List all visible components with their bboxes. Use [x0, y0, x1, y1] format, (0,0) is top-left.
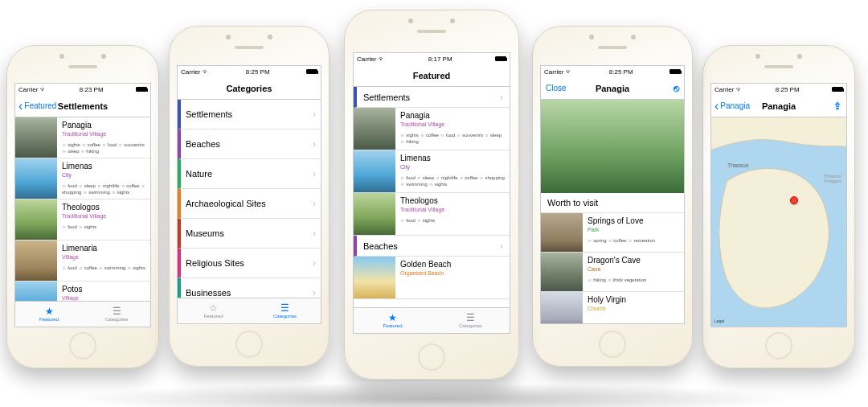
status-bar: Carrierᯤ 8:25 PM [178, 66, 321, 77]
list-row[interactable]: Holy Virgin Church [541, 292, 684, 323]
list-icon: ☰ [280, 303, 289, 313]
list-row[interactable]: Golden Beach Organized Beach [354, 257, 510, 299]
star-icon: ★ [388, 313, 397, 323]
row-tags: ☼ food ☼ sights [400, 217, 505, 224]
section-header-label: Settlements [363, 92, 410, 102]
map-label-sea: Thrakiko Pelagos [809, 174, 841, 183]
section-header-worth: Worth to visit [541, 193, 684, 213]
back-button[interactable]: Panagia [714, 101, 750, 110]
tab-featured[interactable]: ★Featured [354, 308, 432, 333]
category-row-archaeological[interactable]: Archaeological Sites › [178, 189, 321, 219]
row-subtitle: Traditional Village [62, 213, 145, 219]
row-subtitle: Park [588, 227, 679, 232]
close-button[interactable]: Close [546, 84, 567, 92]
category-label: Nature [186, 162, 212, 185]
section-header-beaches[interactable]: Beaches › [354, 236, 510, 257]
row-thumbnail [541, 253, 583, 291]
list-row[interactable]: Dragon's Cave Cave ☼ hiking ☼ thick vege… [541, 253, 684, 292]
row-title: Panagia [400, 111, 505, 121]
star-icon: ★ [45, 306, 54, 316]
nav-bar: Categories [178, 77, 321, 100]
status-time: 8:17 PM [428, 56, 452, 63]
map-pin[interactable] [790, 196, 798, 204]
tab-bar: ★Featured ☰Categories [15, 301, 150, 327]
category-label: Religious Sites [186, 252, 244, 274]
back-button[interactable]: Featured [18, 101, 56, 110]
list-row[interactable]: Limenas City ☼ food ☼ sleep ☼ nightlife … [15, 158, 150, 199]
row-tags: ☼ sights ☼ coffee ☼ food ☼ souvenirs ☼ s… [400, 132, 505, 145]
status-bar: Carrierᯤ 8:23 PM [15, 84, 150, 95]
category-label: Settlements [186, 103, 232, 125]
category-row-businesses[interactable]: Businesses › [178, 278, 321, 298]
row-title: Golden Beach [400, 260, 505, 269]
category-row-nature[interactable]: Nature › [178, 159, 321, 189]
row-tags: ☼ sights ☼ coffee ☼ food ☼ souvenirs ☼ s… [62, 142, 145, 154]
list-row[interactable]: Panagia Traditional Village ☼ sights ☼ c… [354, 108, 510, 150]
row-thumbnail [15, 199, 57, 240]
tab-categories[interactable]: ☰Categories [249, 298, 321, 323]
home-button[interactable] [418, 343, 445, 371]
home-button[interactable] [69, 332, 96, 360]
tab-featured[interactable]: ★Featured [15, 302, 83, 327]
list-row[interactable]: Panagia Traditional Village ☼ sights ☼ c… [15, 117, 150, 158]
home-button[interactable] [599, 331, 626, 358]
row-subtitle: Church [588, 306, 679, 311]
list-row[interactable]: Potos Village [15, 282, 150, 301]
chevron-right-icon: › [313, 228, 316, 239]
map-pin-icon[interactable]: ⎋ [674, 83, 679, 94]
status-time: 8:25 PM [776, 86, 800, 93]
row-subtitle: Traditional Village [62, 131, 145, 137]
nav-title: Featured [413, 71, 450, 80]
category-label: Archaeological Sites [186, 192, 266, 215]
home-button[interactable] [765, 332, 792, 360]
tab-categories[interactable]: ☰Categories [83, 302, 150, 327]
nav-bar: Featured [354, 64, 510, 87]
row-title: Dragon's Cave [588, 256, 679, 265]
row-title: Panagia [62, 121, 145, 130]
row-tags: ☼ spring ☼ coffee ☼ recreation [588, 237, 679, 244]
row-tags: ☼ food ☼ sights [62, 224, 145, 230]
list-row[interactable]: Theologos Traditional Village ☼ food ☼ s… [15, 199, 150, 240]
status-bar: Carrierᯤ 8:25 PM [711, 84, 846, 95]
section-header-settlements[interactable]: Settlements › [354, 87, 510, 108]
row-thumbnail [354, 193, 395, 235]
section-header-label: Beaches [363, 241, 398, 251]
row-subtitle: Traditional Village [400, 207, 505, 212]
row-thumbnail [15, 282, 57, 301]
row-title: Limenas [62, 162, 145, 171]
tab-bar: ★Featured ☰Categories [354, 307, 510, 333]
chevron-right-icon: › [500, 92, 503, 103]
map-label-island: Thassos [727, 162, 748, 168]
status-bar: Carrierᯤ 8:17 PM [354, 53, 510, 64]
list-icon: ☰ [113, 306, 121, 316]
map-view[interactable]: Thassos Thrakiko Pelagos Legal [711, 117, 846, 327]
nav-bar: Panagia Panagia ⇪ [711, 95, 846, 117]
row-subtitle: Cave [588, 266, 679, 272]
tab-featured[interactable]: ☆Featured [178, 298, 249, 323]
row-subtitle: Village [62, 254, 145, 260]
chevron-right-icon: › [313, 168, 316, 179]
row-title: Limenaria [62, 244, 145, 253]
tab-categories[interactable]: ☰Categories [432, 308, 510, 333]
category-row-settlements[interactable]: Settlements › [178, 100, 321, 130]
chevron-right-icon: › [313, 109, 316, 120]
nav-title: Panagia [596, 84, 629, 93]
row-thumbnail [354, 108, 395, 150]
row-title: Theologos [62, 203, 145, 212]
chevron-right-icon: › [313, 287, 316, 298]
row-title: Limenas [400, 154, 505, 163]
map-legal[interactable]: Legal [714, 319, 724, 323]
category-row-beaches[interactable]: Beaches › [178, 130, 321, 159]
row-subtitle: Organized Beach [400, 270, 505, 276]
row-title: Potos [62, 285, 145, 294]
category-row-religious[interactable]: Religious Sites › [178, 249, 321, 278]
status-time: 8:25 PM [246, 68, 270, 76]
list-row[interactable]: Springs of Love Park ☼ spring ☼ coffee ☼… [541, 213, 684, 253]
list-row[interactable]: Limenas City ☼ food ☼ sleep ☼ nightlife … [354, 150, 510, 193]
home-button[interactable] [235, 331, 263, 358]
list-row[interactable]: Theologos Traditional Village ☼ food ☼ s… [354, 193, 510, 236]
category-row-museums[interactable]: Museums › [178, 219, 321, 249]
list-row[interactable]: Limenaria Village ☼ food ☼ coffee ☼ swim… [15, 240, 150, 282]
chevron-right-icon: › [313, 257, 316, 269]
share-icon[interactable]: ⇪ [833, 101, 841, 112]
